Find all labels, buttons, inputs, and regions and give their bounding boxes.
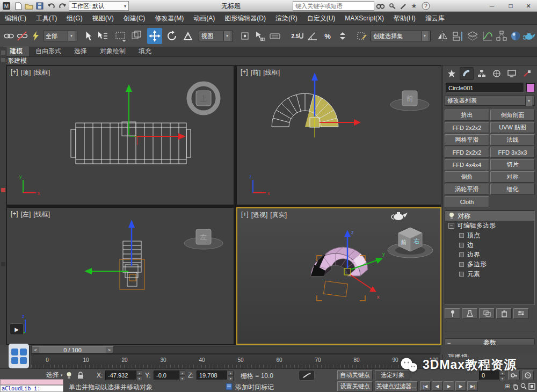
select-and-link-icon[interactable] [1, 28, 16, 44]
viewport-shading-mode[interactable]: [线框] [263, 68, 280, 77]
snap-toggle-icon[interactable]: 2.5 [290, 28, 305, 44]
curve-editor-icon[interactable] [480, 28, 495, 44]
align-icon[interactable] [450, 28, 465, 44]
macro-recorder-strip[interactable] [0, 379, 63, 385]
stack-item-可编辑多边形[interactable]: −可编辑多边形 [445, 221, 534, 230]
menu-item-工具(T)[interactable]: 工具(T) [31, 12, 62, 25]
menu-item-创建(C)[interactable]: 创建(C) [119, 12, 150, 25]
rectangular-selection-region-icon[interactable] [113, 28, 128, 44]
stack-item-边界[interactable]: 边界 [445, 250, 534, 259]
viewcube[interactable]: 前 [390, 91, 429, 111]
stack-item-边[interactable]: 边 [445, 240, 534, 250]
stack-item-元素[interactable]: 元素 [445, 269, 534, 279]
viewport-top-canvas[interactable]: y x 上 [7, 66, 234, 205]
redo-icon[interactable] [57, 1, 68, 11]
frame-forward-button[interactable]: > [106, 347, 113, 353]
menu-item-组(G)[interactable]: 组(G) [62, 12, 87, 25]
next-frame-button[interactable]: ▶ [455, 381, 466, 391]
z-spinner[interactable]: ▲▼ [228, 371, 234, 380]
reference-coordinate-dropdown[interactable]: 视图 ▾ [199, 31, 233, 41]
stack-item-顶点[interactable]: 顶点 [445, 230, 534, 240]
viewport-left-canvas[interactable]: z y 左 [7, 208, 234, 345]
render-setup-icon[interactable] [522, 28, 537, 44]
menu-item-自定义(U)[interactable]: 自定义(U) [302, 12, 340, 25]
tab-motion[interactable] [490, 67, 504, 80]
play-button[interactable]: ▶ [444, 381, 454, 391]
modifier-button-细化[interactable]: 细化 [490, 184, 535, 195]
pen-tool-button[interactable] [299, 370, 315, 381]
modifier-button-FFD 2x2x2[interactable]: FFD 2x2x2 [445, 122, 489, 133]
menu-item-视图(V)[interactable]: 视图(V) [88, 12, 119, 25]
transform-gizmo[interactable] [126, 84, 186, 145]
y-coordinate-field[interactable] [154, 371, 179, 380]
x-coordinate-field[interactable] [105, 371, 136, 380]
viewport-view-name[interactable]: [顶] [21, 68, 31, 77]
viewport-menu-plus[interactable]: [+] [11, 210, 18, 219]
modifier-button-FFD 2x2x2[interactable]: FFD 2x2x2 [445, 147, 489, 158]
communication-icon[interactable] [388, 1, 397, 11]
selection-lock-icon[interactable] [76, 371, 85, 380]
viewcube[interactable]: 上 [189, 84, 218, 113]
tab-create[interactable] [445, 67, 459, 80]
menu-item-帮助(H)[interactable]: 帮助(H) [389, 12, 420, 25]
menu-item-修改器(M)[interactable]: 修改器(M) [150, 12, 188, 25]
help-icon[interactable]: ? [421, 1, 431, 11]
stack-item-对称[interactable]: 对称 [445, 211, 534, 221]
keyboard-shortcut-override-icon[interactable] [267, 28, 282, 44]
viewport-view-name[interactable]: [左] [21, 210, 31, 219]
spinner-snap-icon[interactable] [335, 28, 350, 44]
menu-item-MAXScript(X)[interactable]: MAXScript(X) [340, 12, 389, 25]
pan-hand-icon[interactable] [512, 382, 519, 390]
pin-stack-button[interactable] [445, 308, 460, 319]
mirror-icon[interactable] [435, 28, 450, 44]
object-name-field[interactable] [446, 83, 524, 93]
modifier-button-Cloth[interactable]: Cloth [445, 196, 489, 207]
tab-utilities[interactable] [520, 67, 534, 80]
previous-frame-button[interactable]: ◀ [432, 381, 442, 391]
transform-gizmo[interactable] [84, 220, 135, 274]
show-end-result-button[interactable] [462, 308, 477, 319]
viewport-shading-mode[interactable]: [线框] [33, 210, 50, 219]
docked-tool-icon[interactable] [1, 188, 5, 192]
modifier-button-涡轮平滑[interactable]: 涡轮平滑 [445, 184, 489, 195]
named-selection-set-combo[interactable]: 创建选择集 ▾ [371, 31, 431, 41]
isolate-selection-icon[interactable] [64, 371, 74, 380]
pencil-icon[interactable] [398, 1, 408, 11]
make-unique-button[interactable] [479, 308, 495, 319]
selection-label[interactable]: 选择 [46, 371, 59, 380]
bulb-icon[interactable] [448, 212, 455, 220]
menu-item-渲染(R)[interactable]: 渲染(R) [271, 12, 302, 25]
y-spinner[interactable]: ▲▼ [179, 371, 185, 380]
key-filters-button[interactable]: 关键点过滤器... [375, 381, 418, 391]
use-pivot-center-icon[interactable] [237, 28, 252, 44]
modifier-button-网格平滑[interactable]: 网格平滑 [445, 134, 489, 146]
modifier-button-FFD 4x4x4[interactable]: FFD 4x4x4 [445, 159, 489, 170]
schematic-view-icon[interactable] [494, 28, 509, 44]
modifier-list-dropdown[interactable]: 修改器列表 ▾ [445, 96, 535, 106]
modifier-button-倒角剖面[interactable]: 倒角剖面 [490, 110, 535, 121]
remove-modifier-button[interactable] [496, 308, 512, 319]
modifier-button-UVW 贴图[interactable]: UVW 贴图 [490, 122, 535, 133]
plugin-launcher-icon[interactable] [9, 344, 29, 368]
viewport-front-canvas[interactable]: z x 前 [237, 66, 441, 205]
ribbon-tab-自由形式[interactable]: 自由形式 [29, 46, 68, 56]
maxscript-mini-listener[interactable]: aCloudLib i: [0, 385, 63, 392]
configure-modifier-sets-button[interactable] [513, 308, 529, 319]
modifier-button-切片[interactable]: 切片 [490, 159, 535, 170]
selection-filter-dropdown[interactable]: 全部 ▾ [43, 31, 77, 41]
maximize-button[interactable]: □ [502, 0, 519, 11]
viewport-left[interactable]: [+] [左] [线框] z y 左 [6, 207, 234, 345]
go-to-end-button[interactable]: ▶| [467, 381, 478, 391]
edit-named-selections-icon[interactable] [354, 28, 369, 44]
modifier-button-挤出[interactable]: 挤出 [445, 110, 489, 121]
modifier-button-法线[interactable]: 法线 [490, 134, 535, 146]
viewport-view-name[interactable]: [前] [251, 68, 261, 77]
viewcube[interactable]: 左 [184, 229, 223, 249]
z-coordinate-field[interactable] [197, 371, 228, 380]
time-slider-handle[interactable]: < 0 / 100 > [32, 346, 113, 353]
workspace-selector[interactable]: 工作区: 默认 ▾ [69, 1, 129, 11]
viewport-menu-plus[interactable]: [+] [241, 210, 249, 220]
new-file-icon[interactable] [13, 1, 24, 11]
ribbon-tab-选择[interactable]: 选择 [68, 46, 93, 56]
select-and-scale-icon[interactable] [180, 28, 195, 44]
